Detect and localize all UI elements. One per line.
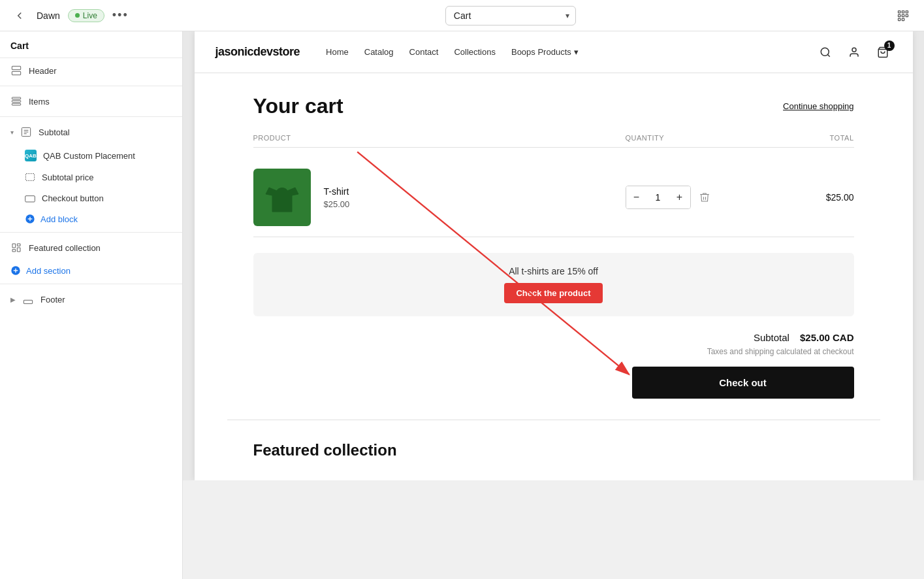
back-button[interactable] (10, 7, 29, 25)
qab-icon: QAB (25, 150, 37, 161)
svg-rect-8 (12, 66, 20, 69)
add-block-label: Add block (40, 214, 78, 224)
page-select-wrapper: Cart Home Collections Product ▾ (445, 6, 576, 25)
items-icon (10, 95, 22, 107)
qab-promo-text: All t-shirts are 15% off (266, 266, 841, 276)
cart-header-row: Your cart Continue shopping (253, 94, 854, 118)
live-badge: Live (68, 9, 104, 22)
nav-home[interactable]: Home (326, 47, 349, 57)
delete-item-button[interactable] (699, 191, 710, 203)
add-block-button[interactable]: Add block (0, 208, 182, 229)
cart-title: Your cart (253, 94, 343, 118)
col-total-label: TOTAL (756, 134, 854, 142)
qty-value: 1 (647, 192, 669, 203)
svg-rect-1 (902, 10, 904, 12)
account-button[interactable] (845, 43, 863, 61)
qty-increase-button[interactable]: + (669, 186, 690, 208)
sidebar-subtotal-label: Subtotal (39, 127, 172, 137)
svg-rect-17 (25, 174, 34, 181)
nav-collections[interactable]: Collections (454, 47, 496, 57)
tax-note: Taxes and shipping calculated at checkou… (707, 347, 854, 356)
grid-view-button[interactable] (893, 5, 914, 26)
qab-promo-button[interactable]: Check the product (504, 283, 602, 303)
quantity-cell: − 1 + (626, 186, 756, 209)
sidebar-sub-checkout-button[interactable]: Checkout button (0, 188, 182, 208)
svg-line-27 (827, 54, 829, 56)
sidebar: Cart Header Items (0, 31, 183, 579)
qty-decrease-button[interactable]: − (626, 186, 647, 208)
sidebar-featured-label: Featured collection (29, 243, 172, 253)
nav-boops[interactable]: Boops Products ▾ (511, 47, 579, 57)
subtotal-value: $25.00 CAD (800, 332, 854, 343)
svg-rect-2 (906, 10, 908, 12)
nav-catalog[interactable]: Catalog (364, 47, 394, 57)
top-bar: Dawn Live ••• Cart Home Collections Prod… (0, 0, 924, 31)
featured-icon (10, 242, 22, 254)
preview-wrapper: jasonicdevstore Home Catalog Contact Col… (183, 31, 924, 579)
sidebar-section-header: Header (0, 58, 182, 86)
product-image (253, 169, 311, 226)
svg-rect-9 (12, 71, 20, 74)
sidebar-item-items[interactable]: Items (0, 89, 182, 114)
sidebar-section-items: Items (0, 89, 182, 117)
footer-icon (22, 293, 34, 305)
sidebar-sub-subtotal-price[interactable]: Subtotal price (0, 167, 182, 188)
svg-rect-4 (902, 14, 904, 16)
live-label: Live (83, 11, 97, 20)
sidebar-qab-label: QAB Custom Placement (43, 151, 135, 161)
dashed-rect-icon (25, 172, 35, 182)
main-layout: Cart Header Items (0, 31, 924, 579)
featured-section: Featured collection (227, 420, 880, 480)
store-name-label: Dawn (37, 10, 60, 21)
add-section-button[interactable]: Add section (0, 260, 182, 281)
header-icon (10, 65, 22, 76)
search-button[interactable] (816, 43, 835, 61)
sidebar-item-featured[interactable]: Featured collection (0, 235, 182, 260)
nav-contact[interactable]: Contact (409, 47, 439, 57)
continue-shopping-link[interactable]: Continue shopping (783, 101, 853, 111)
subtotal-section: Subtotal $25.00 CAD Taxes and shipping c… (253, 332, 854, 399)
subtotal-icon (20, 126, 32, 138)
sidebar-footer-label: Footer (40, 295, 172, 305)
cart-item-row: T-shirt $25.00 − 1 + (253, 158, 854, 237)
live-dot (75, 13, 80, 18)
cart-content: Your cart Continue shopping PRODUCT QUAN… (227, 73, 880, 420)
svg-rect-25 (24, 300, 32, 303)
cart-button[interactable]: 1 (874, 43, 892, 61)
col-quantity-label: QUANTITY (626, 134, 756, 142)
sidebar-item-subtotal[interactable]: ▾ Subtotal (0, 120, 182, 144)
nav-dropdown-icon: ▾ (574, 47, 579, 57)
subtotal-row: Subtotal $25.00 CAD (754, 332, 854, 343)
preview-area: jasonicdevstore Home Catalog Contact Col… (183, 31, 924, 480)
svg-rect-12 (12, 103, 20, 105)
sidebar-sub-qab[interactable]: QAB QAB Custom Placement (0, 144, 182, 167)
store-nav: Home Catalog Contact Collections Boops P… (326, 47, 816, 57)
sidebar-item-header[interactable]: Header (0, 58, 182, 83)
expand-arrow-icon: ▾ (10, 129, 14, 136)
sidebar-section-subtotal: ▾ Subtotal QAB QAB Custom Placement (0, 120, 182, 233)
svg-point-28 (852, 48, 856, 52)
svg-rect-11 (12, 101, 20, 103)
svg-rect-0 (899, 10, 900, 12)
svg-rect-7 (902, 18, 904, 20)
cart-product-cell: T-shirt $25.00 (253, 169, 626, 226)
sidebar-item-footer[interactable]: ▶ Footer (0, 287, 182, 312)
svg-rect-5 (906, 14, 908, 16)
page-select[interactable]: Cart Home Collections Product (445, 6, 576, 25)
qab-promo-banner: All t-shirts are 15% off Check the produ… (253, 253, 854, 316)
product-info: T-shirt $25.00 (324, 186, 350, 209)
footer-expand-icon: ▶ (10, 296, 16, 303)
svg-rect-10 (12, 97, 20, 99)
cart-badge: 1 (884, 41, 895, 51)
svg-rect-18 (25, 196, 35, 202)
svg-rect-6 (899, 18, 900, 20)
checkout-button-icon (25, 193, 35, 203)
store-logo: jasonicdevstore (215, 45, 300, 59)
more-menu-button[interactable]: ••• (112, 8, 129, 22)
sidebar-header-label: Header (29, 66, 172, 76)
add-section-label: Add section (26, 266, 71, 276)
product-name: T-shirt (324, 186, 350, 197)
subtotal-label: Subtotal (754, 332, 789, 343)
checkout-button[interactable]: Check out (632, 367, 854, 399)
page-selector-wrapper: Cart Home Collections Product ▾ (136, 6, 885, 25)
